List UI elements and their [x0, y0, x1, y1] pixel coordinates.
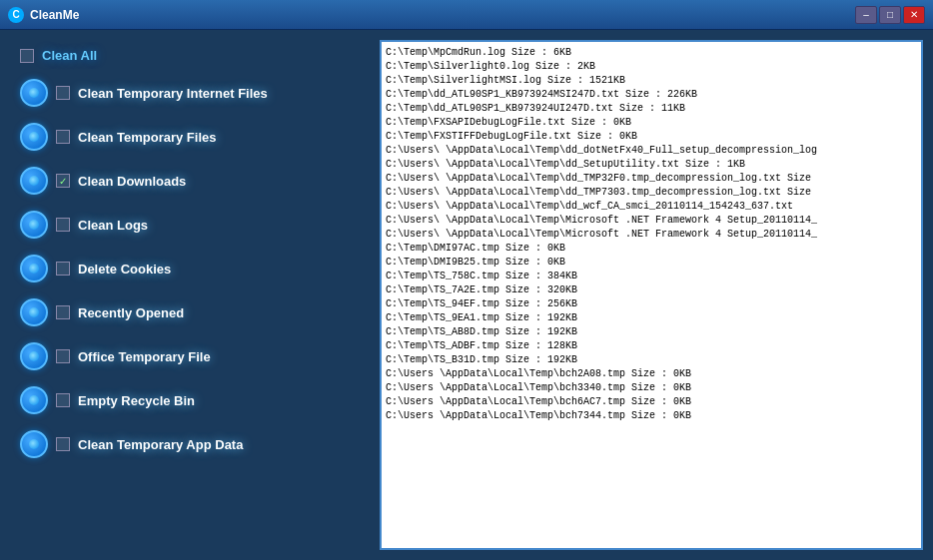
- circle-icon: [20, 298, 48, 326]
- checkbox-clean-temporary-app-data[interactable]: [56, 437, 70, 451]
- log-line: C:\Temp\DMI9B25.tmp Size : 0KB: [386, 256, 917, 270]
- log-line: C:\Users\ \AppData\Local\Temp\dd_SetupUt…: [386, 158, 917, 172]
- log-line: C:\Temp\TS_758C.tmp Size : 384KB: [386, 270, 917, 283]
- circle-icon: [20, 386, 48, 414]
- label-recently-opened: Recently Opened: [78, 305, 184, 320]
- right-panel: C:\Temp\MpCmdRun.log Size : 6KBC:\Temp\S…: [380, 40, 923, 550]
- sidebar-item-recently-opened[interactable]: Recently Opened: [10, 290, 370, 334]
- log-area: C:\Temp\MpCmdRun.log Size : 6KBC:\Temp\S…: [380, 40, 923, 550]
- log-line: C:\Temp\TS_ADBF.tmp Size : 128KB: [386, 339, 917, 353]
- checkbox-clean-temporary-internet-files[interactable]: [56, 86, 70, 100]
- log-line: C:\Temp\MpCmdRun.log Size : 6KB: [386, 46, 917, 60]
- log-line: C:\Users \AppData\Local\Temp\bch3340.tmp…: [386, 381, 917, 395]
- checkbox-clean-temporary-files[interactable]: [56, 130, 70, 144]
- label-office-temporary-file: Office Temporary File: [78, 349, 211, 364]
- checkbox-office-temporary-file[interactable]: [56, 349, 70, 363]
- titlebar-left: C CleanMe: [8, 7, 79, 23]
- log-line: C:\Temp\FXSAPIDebugLogFile.txt Size : 0K…: [386, 116, 917, 130]
- circle-icon: [20, 255, 48, 282]
- log-line: C:\Users\ \AppData\Local\Temp\dd_TMP32F0…: [386, 172, 917, 186]
- sidebar-items: Clean Temporary Internet FilesClean Temp…: [10, 71, 370, 466]
- log-line: C:\Temp\TS_AB8D.tmp Size : 192KB: [386, 325, 917, 339]
- label-empty-recycle-bin: Empty Recycle Bin: [78, 393, 195, 408]
- label-clean-logs: Clean Logs: [78, 218, 148, 233]
- log-line: C:\Users\ \AppData\Local\Temp\dd_TMP7303…: [386, 186, 917, 200]
- log-line: C:\Temp\FXSTIFFDebugLogFile.txt Size : 0…: [386, 130, 917, 144]
- sidebar-item-clean-temporary-files[interactable]: Clean Temporary Files: [10, 115, 370, 159]
- log-line: C:\Users\ \AppData\Local\Temp\dd_dotNetF…: [386, 144, 917, 158]
- log-line: C:\Users\ \AppData\Local\Temp\Microsoft …: [386, 228, 917, 242]
- log-line: C:\Temp\TS_7A2E.tmp Size : 320KB: [386, 283, 917, 297]
- window-controls: – □ ✕: [855, 6, 925, 24]
- app-title: CleanMe: [30, 8, 79, 22]
- sidebar-item-clean-logs[interactable]: Clean Logs: [10, 203, 370, 247]
- clean-all-label: Clean All: [42, 48, 97, 63]
- minimize-button[interactable]: –: [855, 6, 877, 24]
- main-content: Clean All Clean Temporary Internet Files…: [0, 30, 933, 560]
- label-clean-temporary-app-data: Clean Temporary App Data: [78, 437, 243, 452]
- sidebar-item-clean-temporary-app-data[interactable]: Clean Temporary App Data: [10, 422, 370, 466]
- circle-icon: [20, 430, 48, 458]
- log-line: C:\Users\ \AppData\Local\Temp\Microsoft …: [386, 214, 917, 228]
- log-line: C:\Temp\SilverlightMSI.log Size : 1521KB: [386, 74, 917, 88]
- log-line: C:\Users\ \AppData\Local\Temp\dd_wcf_CA_…: [386, 200, 917, 214]
- titlebar: C CleanMe – □ ✕: [0, 0, 933, 30]
- circle-icon: [20, 79, 48, 107]
- log-line: C:\Temp\DMI97AC.tmp Size : 0KB: [386, 242, 917, 256]
- checkbox-delete-cookies[interactable]: [56, 262, 70, 276]
- log-line: C:\Users \AppData\Local\Temp\bch7344.tmp…: [386, 409, 917, 423]
- app-icon: C: [8, 7, 24, 23]
- checkbox-recently-opened[interactable]: [56, 305, 70, 319]
- sidebar-item-office-temporary-file[interactable]: Office Temporary File: [10, 334, 370, 378]
- log-line: C:\Users \AppData\Local\Temp\bch2A08.tmp…: [386, 367, 917, 381]
- sidebar: Clean All Clean Temporary Internet Files…: [10, 40, 370, 550]
- circle-icon: [20, 123, 48, 151]
- sidebar-item-delete-cookies[interactable]: Delete Cookies: [10, 247, 370, 290]
- checkbox-clean-downloads[interactable]: [56, 174, 70, 188]
- circle-icon: [20, 167, 48, 195]
- close-button[interactable]: ✕: [903, 6, 925, 24]
- log-line: C:\Temp\TS_9EA1.tmp Size : 192KB: [386, 311, 917, 325]
- label-clean-temporary-files: Clean Temporary Files: [78, 130, 216, 145]
- log-line: C:\Users \AppData\Local\Temp\bch6AC7.tmp…: [386, 395, 917, 409]
- label-clean-temporary-internet-files: Clean Temporary Internet Files: [78, 86, 268, 101]
- log-line: C:\Temp\dd_ATL90SP1_KB973924UI247D.txt S…: [386, 102, 917, 116]
- sidebar-item-clean-temporary-internet-files[interactable]: Clean Temporary Internet Files: [10, 71, 370, 115]
- log-line: C:\Temp\TS_B31D.tmp Size : 192KB: [386, 353, 917, 367]
- log-line: C:\Temp\Silverlight0.log Size : 2KB: [386, 60, 917, 74]
- log-content[interactable]: C:\Temp\MpCmdRun.log Size : 6KBC:\Temp\S…: [382, 42, 921, 548]
- checkbox-clean-logs[interactable]: [56, 218, 70, 232]
- circle-icon: [20, 211, 48, 239]
- sidebar-item-clean-all[interactable]: Clean All: [10, 40, 370, 71]
- sidebar-item-clean-downloads[interactable]: Clean Downloads: [10, 159, 370, 203]
- log-line: C:\Temp\TS_94EF.tmp Size : 256KB: [386, 297, 917, 311]
- circle-icon: [20, 342, 48, 370]
- maximize-button[interactable]: □: [879, 6, 901, 24]
- label-clean-downloads: Clean Downloads: [78, 174, 186, 189]
- checkbox-empty-recycle-bin[interactable]: [56, 393, 70, 407]
- label-delete-cookies: Delete Cookies: [78, 262, 171, 277]
- sidebar-item-empty-recycle-bin[interactable]: Empty Recycle Bin: [10, 378, 370, 422]
- clean-all-checkbox[interactable]: [20, 49, 34, 63]
- log-line: C:\Temp\dd_ATL90SP1_KB973924MSI247D.txt …: [386, 88, 917, 102]
